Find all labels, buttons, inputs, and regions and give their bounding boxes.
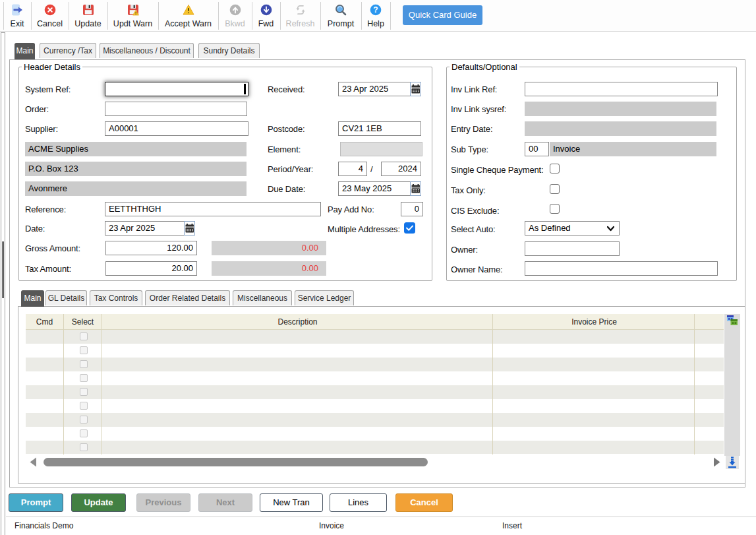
svg-text:?: ?: [373, 5, 378, 15]
